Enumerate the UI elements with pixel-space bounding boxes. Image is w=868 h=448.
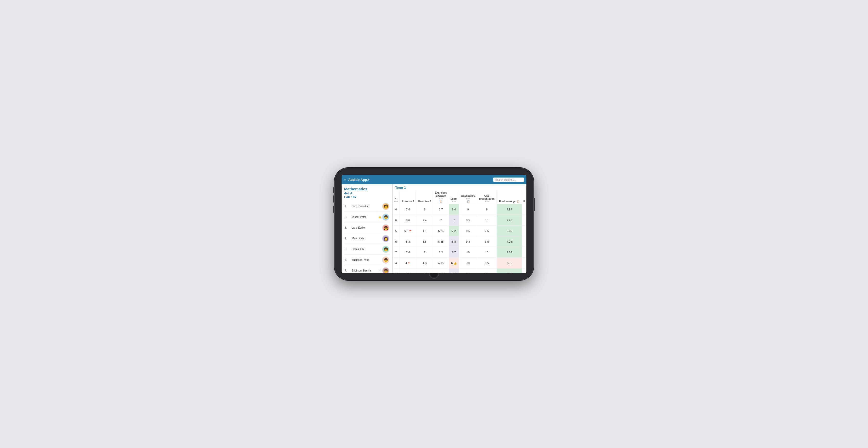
cell-attendance[interactable]: 10: [459, 268, 477, 273]
cell-final[interactable]: 8.07: [497, 268, 522, 273]
search-input[interactable]: Search students...: [493, 178, 524, 182]
cell-ex-avg[interactable]: 7: [433, 215, 449, 226]
student-number: 6.: [345, 259, 351, 261]
avatar: 👧: [382, 224, 389, 231]
col-header-exam: Exam 40%: [449, 190, 459, 204]
cell-oral[interactable]: 10: [477, 215, 497, 226]
cell-ex1[interactable]: 4: [400, 258, 416, 268]
cell-ex-avg[interactable]: 4.15: [433, 258, 449, 268]
hamburger-menu-icon[interactable]: ≡: [344, 178, 346, 182]
avatar: 🧒: [382, 246, 389, 253]
cell-ex2[interactable]: 8: [416, 204, 433, 215]
cell-ex-avg[interactable]: 8.65: [433, 236, 449, 247]
phone-screen: ≡ Additio App® Search students... Mathem…: [342, 175, 526, 273]
student-number: 3.: [345, 226, 351, 229]
table-row: 8 8.5 9 8.75 6.6 10 10 8.07: [393, 268, 526, 273]
cell-ex-avg[interactable]: 8.75: [433, 268, 449, 273]
cell-extra[interactable]: [522, 226, 526, 236]
cell-weight[interactable]: 8: [393, 268, 400, 273]
cell-ex1[interactable]: 8.5: [400, 268, 416, 273]
flag-icon: [409, 230, 411, 232]
cell-oral[interactable]: 8.5: [477, 258, 497, 268]
cell-ex1[interactable]: 7.4: [400, 247, 416, 258]
class-name: Mathematics: [344, 187, 390, 191]
cell-weight[interactable]: 6: [393, 215, 400, 226]
cell-weight[interactable]: 6: [393, 236, 400, 247]
cell-attendance[interactable]: 9: [459, 204, 477, 215]
student-row[interactable]: 4. Mars, Kate 👩: [344, 233, 390, 244]
cell-extra[interactable]: [522, 268, 526, 273]
cell-exam[interactable]: 6.6: [449, 268, 459, 273]
table-row: 6 7.4 8 7.7 8.4 9 8 7.97: [393, 204, 526, 215]
cell-extra[interactable]: [522, 247, 526, 258]
cell-exam[interactable]: 6.8: [449, 236, 459, 247]
cell-ex-avg[interactable]: 6.25: [433, 226, 449, 236]
clipboard-icon: 📋: [440, 200, 442, 203]
student-row[interactable]: 6. Thomson, Mike 👦: [344, 255, 390, 265]
cell-final[interactable]: 6.96: [497, 226, 522, 236]
cell-weight[interactable]: 7: [393, 247, 400, 258]
cell-weight[interactable]: 6: [393, 204, 400, 215]
cell-weight[interactable]: 5: [393, 226, 400, 236]
cell-oral[interactable]: 10: [477, 247, 497, 258]
cell-ex1[interactable]: 6.5: [400, 226, 416, 236]
table-row: 6 6.6 7.4 7 7 9.5 10 7.45: [393, 215, 526, 226]
cell-ex2[interactable]: 8.5: [416, 236, 433, 247]
cell-exam[interactable]: 6 👍: [449, 258, 459, 268]
phone-device: ≡ Additio App® Search students... Mathem…: [335, 168, 533, 280]
cell-ex2[interactable]: 7: [416, 247, 433, 258]
cell-ex2[interactable]: 4.3: [416, 258, 433, 268]
cell-attendance[interactable]: 9.8: [459, 236, 477, 247]
cell-final[interactable]: 5.9: [497, 258, 522, 268]
cell-weight[interactable]: 4: [393, 258, 400, 268]
avatar: 🧑: [382, 203, 389, 210]
cell-attendance[interactable]: 9.5: [459, 215, 477, 226]
student-row[interactable]: 5. Dallas, Obi 🧒: [344, 244, 390, 255]
cell-ex1[interactable]: 6.6: [400, 215, 416, 226]
cell-exam[interactable]: 7.2: [449, 226, 459, 236]
power-button: [533, 198, 535, 211]
cell-final[interactable]: 7.45: [497, 215, 522, 226]
cell-attendance[interactable]: 10: [459, 247, 477, 258]
cell-exam[interactable]: 8.4: [449, 204, 459, 215]
cell-extra[interactable]: [522, 204, 526, 215]
cell-oral[interactable]: 7.5: [477, 226, 497, 236]
cell-exam[interactable]: 6.7: [449, 247, 459, 258]
student-row[interactable]: 1. Sam, Bobadine 🧑: [344, 201, 390, 212]
student-row[interactable]: 2. Jason, Peter 🔔 👦: [344, 212, 390, 222]
cell-oral[interactable]: 3.5: [477, 236, 497, 247]
student-number: 1.: [345, 205, 351, 208]
cell-ex-avg[interactable]: 7.7: [433, 204, 449, 215]
student-row[interactable]: 7. Erickson, Bennie 📄 👦: [344, 265, 390, 273]
cell-final[interactable]: 7.64: [497, 247, 522, 258]
cell-ex-avg[interactable]: 7.2: [433, 247, 449, 258]
cell-exam[interactable]: 7: [449, 215, 459, 226]
cell-final[interactable]: 7.97: [497, 204, 522, 215]
student-name: Sam, Bobadine: [352, 205, 381, 208]
cell-ex2[interactable]: 6 ↑: [416, 226, 433, 236]
flag-icon: [408, 262, 410, 264]
app-content: Mathematics 4rd A Lab 107 1. Sam, Bobadi…: [342, 184, 526, 273]
cell-ex1[interactable]: 7.4: [400, 204, 416, 215]
cell-extra[interactable]: [522, 236, 526, 247]
cell-oral[interactable]: 8: [477, 204, 497, 215]
cell-attendance[interactable]: 9.5: [459, 226, 477, 236]
cell-ex2[interactable]: 7.4: [416, 215, 433, 226]
student-row[interactable]: 3. Lars, Eddie 👧: [344, 222, 390, 233]
volume-up-button: [333, 196, 335, 203]
student-name: Lars, Eddie: [352, 226, 381, 229]
col-header-weight: * · 10%: [393, 190, 400, 204]
mute-button: [333, 187, 335, 193]
clipboard-icon: 📋: [467, 200, 470, 203]
col-weight-label: 30%: [434, 198, 447, 200]
cell-extra[interactable]: [522, 215, 526, 226]
table-row: 7 7.4 7 7.2 6.7 10 10 7.64: [393, 247, 526, 258]
class-grade: 4rd A: [344, 191, 390, 195]
cell-final[interactable]: 7.25: [497, 236, 522, 247]
cell-attendance[interactable]: 10: [459, 258, 477, 268]
app-title: Additio App®: [348, 178, 493, 182]
cell-ex2[interactable]: 9: [416, 268, 433, 273]
cell-ex1[interactable]: 8.8: [400, 236, 416, 247]
cell-oral[interactable]: 10: [477, 268, 497, 273]
cell-extra[interactable]: [522, 258, 526, 268]
